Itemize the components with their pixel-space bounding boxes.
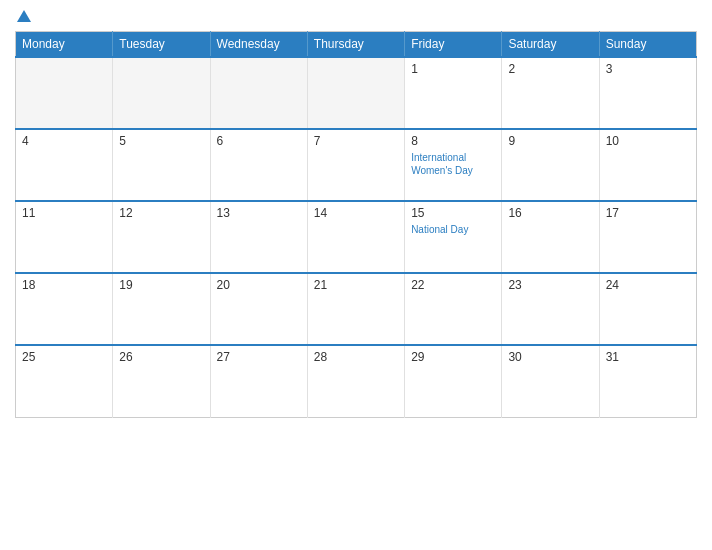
- calendar-cell: 16: [502, 201, 599, 273]
- calendar-cell: 18: [16, 273, 113, 345]
- calendar-cell: 13: [210, 201, 307, 273]
- calendar-cell: 9: [502, 129, 599, 201]
- calendar-week-row: 18192021222324: [16, 273, 697, 345]
- day-number: 29: [411, 350, 495, 364]
- calendar-cell: 3: [599, 57, 696, 129]
- day-number: 11: [22, 206, 106, 220]
- calendar-cell: 19: [113, 273, 210, 345]
- calendar-header-sunday: Sunday: [599, 32, 696, 58]
- day-number: 31: [606, 350, 690, 364]
- day-number: 27: [217, 350, 301, 364]
- logo: [15, 10, 31, 23]
- calendar-cell: [210, 57, 307, 129]
- calendar-header-wednesday: Wednesday: [210, 32, 307, 58]
- day-number: 26: [119, 350, 203, 364]
- calendar-cell: 10: [599, 129, 696, 201]
- calendar-header-monday: Monday: [16, 32, 113, 58]
- calendar-cell: 5: [113, 129, 210, 201]
- event-label: International Women's Day: [411, 151, 495, 177]
- calendar-cell: 4: [16, 129, 113, 201]
- day-number: 25: [22, 350, 106, 364]
- header: [15, 10, 697, 23]
- day-number: 30: [508, 350, 592, 364]
- day-number: 9: [508, 134, 592, 148]
- calendar-cell: 23: [502, 273, 599, 345]
- calendar-cell: 22: [405, 273, 502, 345]
- calendar-cell: 31: [599, 345, 696, 417]
- day-number: 17: [606, 206, 690, 220]
- day-number: 8: [411, 134, 495, 148]
- calendar-cell: 12: [113, 201, 210, 273]
- calendar-cell: 21: [307, 273, 404, 345]
- day-number: 20: [217, 278, 301, 292]
- day-number: 23: [508, 278, 592, 292]
- day-number: 14: [314, 206, 398, 220]
- event-label: National Day: [411, 223, 495, 236]
- day-number: 16: [508, 206, 592, 220]
- day-number: 2: [508, 62, 592, 76]
- calendar-header-row: MondayTuesdayWednesdayThursdayFridaySatu…: [16, 32, 697, 58]
- day-number: 1: [411, 62, 495, 76]
- calendar-cell: [307, 57, 404, 129]
- calendar-week-row: 123: [16, 57, 697, 129]
- day-number: 5: [119, 134, 203, 148]
- logo-triangle-icon: [17, 10, 31, 22]
- calendar-cell: 7: [307, 129, 404, 201]
- day-number: 19: [119, 278, 203, 292]
- day-number: 4: [22, 134, 106, 148]
- day-number: 15: [411, 206, 495, 220]
- calendar-cell: 24: [599, 273, 696, 345]
- calendar-cell: 1: [405, 57, 502, 129]
- day-number: 22: [411, 278, 495, 292]
- day-number: 18: [22, 278, 106, 292]
- calendar-cell: 20: [210, 273, 307, 345]
- day-number: 3: [606, 62, 690, 76]
- calendar-cell: 26: [113, 345, 210, 417]
- calendar-table: MondayTuesdayWednesdayThursdayFridaySatu…: [15, 31, 697, 418]
- day-number: 7: [314, 134, 398, 148]
- calendar-cell: 29: [405, 345, 502, 417]
- calendar-cell: 6: [210, 129, 307, 201]
- calendar-cell: [16, 57, 113, 129]
- day-number: 6: [217, 134, 301, 148]
- calendar-header-friday: Friday: [405, 32, 502, 58]
- day-number: 21: [314, 278, 398, 292]
- calendar-cell: [113, 57, 210, 129]
- calendar-cell: 2: [502, 57, 599, 129]
- calendar-cell: 17: [599, 201, 696, 273]
- calendar-header-tuesday: Tuesday: [113, 32, 210, 58]
- calendar-week-row: 1112131415National Day1617: [16, 201, 697, 273]
- calendar-cell: 28: [307, 345, 404, 417]
- calendar-cell: 25: [16, 345, 113, 417]
- day-number: 24: [606, 278, 690, 292]
- calendar-week-row: 45678International Women's Day910: [16, 129, 697, 201]
- calendar-cell: 11: [16, 201, 113, 273]
- calendar-header-saturday: Saturday: [502, 32, 599, 58]
- calendar-cell: 27: [210, 345, 307, 417]
- day-number: 28: [314, 350, 398, 364]
- calendar-header-thursday: Thursday: [307, 32, 404, 58]
- logo-top: [15, 10, 31, 23]
- calendar-cell: 14: [307, 201, 404, 273]
- calendar-cell: 30: [502, 345, 599, 417]
- day-number: 13: [217, 206, 301, 220]
- day-number: 12: [119, 206, 203, 220]
- calendar-week-row: 25262728293031: [16, 345, 697, 417]
- calendar-cell: 8International Women's Day: [405, 129, 502, 201]
- calendar-cell: 15National Day: [405, 201, 502, 273]
- page: MondayTuesdayWednesdayThursdayFridaySatu…: [0, 0, 712, 550]
- day-number: 10: [606, 134, 690, 148]
